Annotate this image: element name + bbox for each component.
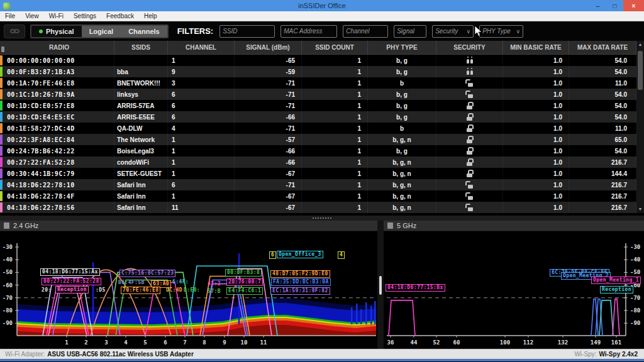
cell-channel: 3 <box>168 77 235 89</box>
table-row[interactable]: 04:18:D6:22:78:4F Safari Inn 1 -67 1 b, … <box>0 190 644 202</box>
adapter-label: Wi-Fi Adapter: <box>5 351 45 358</box>
cell-channel: 6 <box>168 89 235 100</box>
lock-icon <box>465 136 474 143</box>
scroll-down-icon[interactable]: ▼ <box>638 206 643 213</box>
security-filter-dropdown[interactable]: ∨ <box>432 25 474 38</box>
cell-phy-type: b, g <box>368 89 436 100</box>
x-axis-tick-label: 3 <box>104 339 108 346</box>
x-axis-tick-label: 112 <box>523 339 533 346</box>
x-axis-tick-label: 161 <box>611 339 621 346</box>
wispy-value: Wi-Spy 2.4x2 <box>599 351 638 358</box>
cell-min-basic-rate: 1.0 <box>503 111 569 123</box>
unlock-icon <box>465 192 474 200</box>
tab-physical[interactable]: Physical <box>31 26 82 37</box>
cell-radio: 04:18:D6:22:78:4F <box>4 190 114 202</box>
col-security[interactable]: SECURITY <box>436 41 503 54</box>
cell-max-data-rate: 11.0 <box>569 123 636 134</box>
cell-max-data-rate: 216.7 <box>569 190 636 202</box>
signal-filter-input[interactable] <box>394 25 426 38</box>
chevron-down-icon: ∨ <box>516 28 521 35</box>
table-row[interactable]: 00:30:44:1B:9C:79 SETEK-GUEST 1 -67 1 b,… <box>0 168 644 179</box>
lock-icon <box>465 113 474 121</box>
unlock-icon <box>465 79 474 87</box>
network-label: Open_Office_3 <box>277 251 323 258</box>
panel-24ghz[interactable]: 2.4 GHz -30-40-50-60-70-80-9012345678910… <box>0 221 377 349</box>
ssid-filter-input[interactable] <box>219 25 275 38</box>
menu-file[interactable]: File <box>0 13 20 19</box>
x-axis-tick-label: 4 <box>124 339 128 346</box>
table-row[interactable]: 00:1A:70:FE:46:E8 BNETWORK!!! 3 -71 1 b … <box>0 77 644 89</box>
cell-signal: -71 <box>235 123 302 134</box>
channel-filter-input[interactable] <box>343 25 388 38</box>
cell-phy-type: b, g <box>368 66 436 77</box>
cell-signal: -66 <box>235 111 302 123</box>
table-row[interactable]: 00:1D:CD:E0:57:E8 ARRIS-57EA 6 -71 1 b, … <box>0 100 644 111</box>
table-row[interactable]: 00:0F:B3:87:1B:A3 bba 9 -59 1 b, g 1.0 5… <box>0 66 644 77</box>
y-axis-tick-label: -80 <box>3 307 13 314</box>
horizontal-splitter[interactable] <box>0 216 644 221</box>
table-row[interactable]: 00:1C:10:26:7B:9A linksys 6 -71 1 b, g 1… <box>0 89 644 100</box>
x-axis-tick-label: 60 <box>453 339 460 346</box>
tab-channels[interactable]: Channels <box>121 26 167 37</box>
col-ssid-count[interactable]: SSID COUNT <box>302 41 368 54</box>
menu-wifi[interactable]: Wi-Fi <box>44 13 69 19</box>
cell-ssid: Safari Inn <box>114 202 168 213</box>
panel-5ghz[interactable]: 5 GHz -30-40-50-60-70-80-903644526010011… <box>384 221 644 349</box>
cell-ssid-count: 1 <box>302 66 368 77</box>
table-row[interactable]: 00:24:7B:B6:42:22 BoiseLegal3 1 -66 1 b,… <box>0 145 644 156</box>
menu-feedback[interactable]: Feedback <box>101 13 139 19</box>
cell-max-data-rate: 54.0 <box>569 66 636 77</box>
col-min-basic-rate[interactable]: MIN BASIC RATE <box>503 41 569 54</box>
cell-radio: 00:24:7B:B6:42:22 <box>4 145 114 156</box>
network-color-indicator <box>0 202 3 212</box>
network-color-indicator <box>0 123 3 133</box>
scroll-up-icon[interactable]: ▲ <box>638 41 643 48</box>
lock-icon <box>465 68 474 75</box>
cell-ssid-count: 1 <box>302 145 368 156</box>
table-row[interactable]: 00:1E:58:27:DC:4D QA-DLW 4 -71 1 b 1.0 1… <box>0 123 644 134</box>
col-phy-type[interactable]: PHY TYPE <box>368 41 436 54</box>
table-row[interactable]: 00:00:00:00:00:00 1 -65 1 b, g 1.0 54.0 <box>0 55 644 66</box>
cell-radio: 00:0F:B3:87:1B:A3 <box>4 66 114 77</box>
table-scrollbar[interactable]: ▲ ▼ <box>636 41 644 213</box>
table-row[interactable]: 00:1D:CD:E4:E5:EC ARRIS-E5EE 6 -66 1 b, … <box>0 111 644 123</box>
network-label: D:E0: <box>184 287 200 293</box>
link-icon[interactable] <box>4 25 25 38</box>
network-color-indicator <box>0 168 3 178</box>
cell-phy-type: b <box>368 123 436 134</box>
scrollbar-thumb[interactable] <box>638 51 643 90</box>
menu-settings[interactable]: Settings <box>69 13 101 19</box>
cell-max-data-rate: 54.0 <box>569 89 636 100</box>
col-signal[interactable]: SIGNAL (dBm) <box>235 41 302 54</box>
cell-signal: -65 <box>235 55 302 66</box>
cell-ssid-count: 1 <box>302 134 368 145</box>
unlock-icon <box>465 204 474 211</box>
cell-max-data-rate: 54.0 <box>569 111 636 123</box>
network-label: 00:0F:B3:8 <box>225 269 262 277</box>
cell-ssid <box>114 55 168 66</box>
table-body: 00:00:00:00:00:00 1 -65 1 b, g 1.0 54.0 … <box>0 55 644 213</box>
vertical-splitter[interactable] <box>377 221 384 349</box>
table-row[interactable]: 04:18:D6:22:78:56 Safari Inn 11 -67 1 b,… <box>0 202 644 213</box>
network-color-indicator <box>0 89 3 99</box>
y-axis-tick-label: -90 <box>630 320 640 326</box>
col-ssids[interactable]: SSIDS <box>114 41 168 54</box>
filters-label: FILTERS: <box>177 26 214 36</box>
table-row[interactable]: 00:22:3F:A8:EC:84 The Network 1 -57 1 b,… <box>0 134 644 145</box>
tab-logical[interactable]: Logical <box>82 26 121 37</box>
menu-help[interactable]: Help <box>139 13 162 19</box>
col-radio[interactable]: RADIO <box>4 41 114 54</box>
window-title: inSSIDer Office <box>0 2 644 9</box>
menu-view[interactable]: View <box>20 13 44 19</box>
mac-filter-input[interactable] <box>280 25 337 38</box>
x-axis-tick-label: 149 <box>591 339 601 346</box>
table-row[interactable]: 00:27:22:FA:52:28 condoWiFi 1 -66 1 b, g… <box>0 156 644 168</box>
cell-min-basic-rate: 1.0 <box>503 134 569 145</box>
col-max-data-rate[interactable]: MAX DATA RATE <box>569 41 636 54</box>
y-axis-tick-label: -50 <box>630 269 640 275</box>
table-row[interactable]: 04:18:D6:22:78:10 Safari Inn 6 -71 1 b, … <box>0 179 644 190</box>
phy-filter-dropdown[interactable]: ∨ <box>479 25 523 38</box>
network-color-indicator <box>0 67 3 77</box>
network-label: 4 <box>338 251 345 259</box>
col-channel[interactable]: CHANNEL <box>168 41 235 54</box>
